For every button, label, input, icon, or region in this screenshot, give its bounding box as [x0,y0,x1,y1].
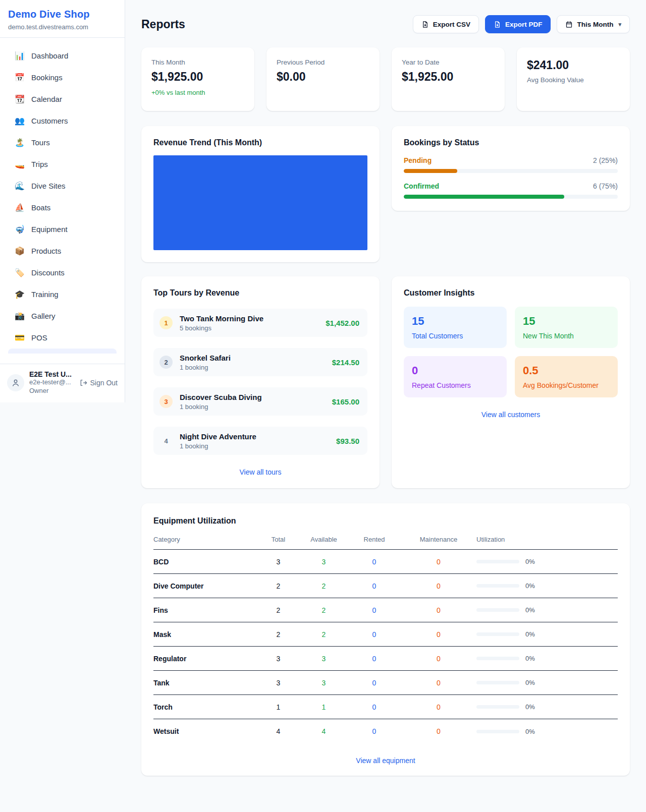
status-row-confirmed: Confirmed 6 (75%) [404,182,618,199]
tour-revenue: $214.50 [332,358,359,367]
col-header-utilization: Utilization [476,536,618,543]
sidebar-item-dashboard[interactable]: 📊 Dashboard [8,45,117,67]
stat-label: Avg Booking Value [527,76,620,84]
progress-fill-confirmed [404,195,564,199]
table-row: Fins 2 2 0 0 0% [153,598,618,622]
sidebar-item-trips[interactable]: 🚤 Trips [8,153,117,175]
cell-rented: 0 [348,582,401,590]
sidebar-item-equipment[interactable]: 🤿 Equipment [8,218,117,240]
credit-card-icon: 💳 [14,333,25,342]
calendar-icon: 📅 [14,73,25,82]
cell-rented: 0 [348,703,401,711]
sidebar-item-dive-sites[interactable]: 🌊 Dive Sites [8,175,117,197]
sign-out-button[interactable]: Sign Out [79,379,118,387]
sidebar-item-tours[interactable]: 🏝️ Tours [8,132,117,153]
utilization-percent: 0% [525,558,535,565]
export-pdf-label: Export PDF [505,21,543,28]
tour-list-item: 3 Discover Scuba Diving 1 booking $165.0… [153,387,367,416]
table-row: Regulator 3 3 0 0 0% [153,647,618,671]
rank-badge: 2 [159,356,173,369]
tag-icon: 🏷️ [14,268,25,277]
table-row: Dive Computer 2 2 0 0 0% [153,574,618,598]
status-count-confirmed: 6 (75%) [593,182,618,190]
sidebar-item-customers[interactable]: 👥 Customers [8,110,117,132]
user-info: E2E Test U... e2e-tester@... Owner [29,370,74,395]
cell-total: 2 [257,606,300,614]
table-header-row: Category Total Available Rented Maintena… [153,536,618,550]
sidebar-item-bookings[interactable]: 📅 Bookings [8,67,117,88]
sidebar-item-label: Discounts [31,268,65,277]
sidebar-item-calendar[interactable]: 📆 Calendar [8,88,117,110]
cell-category: Torch [153,703,257,711]
stat-label: This Month [151,59,244,66]
sidebar-item-gallery[interactable]: 📸 Gallery [8,305,117,327]
wave-icon: 🌊 [14,181,25,191]
rank-badge: 3 [159,395,173,408]
col-header-available: Available [300,536,348,543]
sidebar-item-reports-partial[interactable] [8,349,117,354]
sidebar-item-products[interactable]: 📦 Products [8,240,117,262]
cell-maintenance: 0 [401,679,476,687]
cell-utilization: 0% [476,728,618,735]
stat-value: $241.00 [527,59,620,72]
sidebar: Demo Dive Shop demo.test.divestreams.com… [0,0,125,402]
sidebar-item-training[interactable]: 🎓 Training [8,283,117,305]
tour-bookings: 1 booking [180,364,325,371]
cell-category: Tank [153,679,257,687]
top-tours-card: Top Tours by Revenue 1 Two Tank Morning … [141,276,380,488]
tour-bookings: 1 booking [180,442,329,450]
utilization-percent: 0% [525,630,535,638]
shop-name: Demo Dive Shop [8,9,117,20]
stats-row: This Month $1,925.00 +0% vs last month P… [141,47,630,111]
user-name: E2E Test U... [29,370,74,378]
export-pdf-button[interactable]: Export PDF [485,15,551,33]
sign-out-icon [79,379,87,387]
sidebar-item-label: Dive Sites [31,182,66,190]
tile-repeat-customers: 0 Repeat Customers [404,356,507,397]
sailboat-icon: ⛵ [14,203,25,212]
sidebar-item-pos[interactable]: 💳 POS [8,327,117,349]
tile-label: New This Month [523,332,610,340]
sidebar-item-label: POS [31,333,47,342]
export-csv-button[interactable]: Export CSV [413,15,479,33]
tile-avg-bookings: 0.5 Avg Bookings/Customer [515,356,618,397]
cell-category: Mask [153,630,257,639]
revenue-trend-chart [153,155,367,250]
stat-card-previous-period: Previous Period $0.00 [266,47,380,111]
stat-card-this-month: This Month $1,925.00 +0% vs last month [141,47,254,111]
insight-tiles: 15 Total Customers 15 New This Month 0 R… [404,307,618,397]
tour-name: Discover Scuba Diving [180,393,325,401]
tour-bookings: 5 bookings [180,324,318,332]
stat-value: $1,925.00 [151,70,244,84]
utilization-bar [476,657,519,660]
view-all-tours-link[interactable]: View all tours [153,468,367,476]
person-icon [11,378,20,387]
shop-logo: Demo Dive Shop demo.test.divestreams.com [0,0,125,38]
view-all-customers-link[interactable]: View all customers [404,411,618,419]
utilization-bar [476,681,519,684]
period-dropdown[interactable]: This Month ▾ [557,15,630,33]
tour-name: Night Dive Adventure [180,432,329,441]
cell-available: 1 [300,703,348,711]
row-trend-status: Revenue Trend (This Month) Bookings by S… [141,126,630,262]
cell-available: 4 [300,727,348,735]
equipment-utilization-card: Equipment Utilization Category Total Ava… [141,503,630,776]
sidebar-item-boats[interactable]: ⛵ Boats [8,197,117,218]
cell-rented: 0 [348,679,401,687]
stat-delta: +0% vs last month [151,89,244,96]
stat-label: Previous Period [277,59,369,66]
cell-category: Dive Computer [153,582,257,590]
cell-utilization: 0% [476,679,618,686]
stat-card-year-to-date: Year to Date $1,925.00 [392,47,505,111]
revenue-trend-card: Revenue Trend (This Month) [141,126,380,262]
period-label: This Month [577,21,613,28]
cell-maintenance: 0 [401,703,476,711]
sidebar-item-label: Customers [31,117,68,125]
view-all-equipment-link[interactable]: View all equipment [153,757,618,765]
sidebar-item-discounts[interactable]: 🏷️ Discounts [8,262,117,283]
tour-list-item: 2 Snorkel Safari 1 booking $214.50 [153,348,367,376]
utilization-percent: 0% [525,703,535,711]
tile-value: 0 [412,364,499,377]
table-row: Torch 1 1 0 0 0% [153,695,618,719]
utilization-bar [476,705,519,709]
